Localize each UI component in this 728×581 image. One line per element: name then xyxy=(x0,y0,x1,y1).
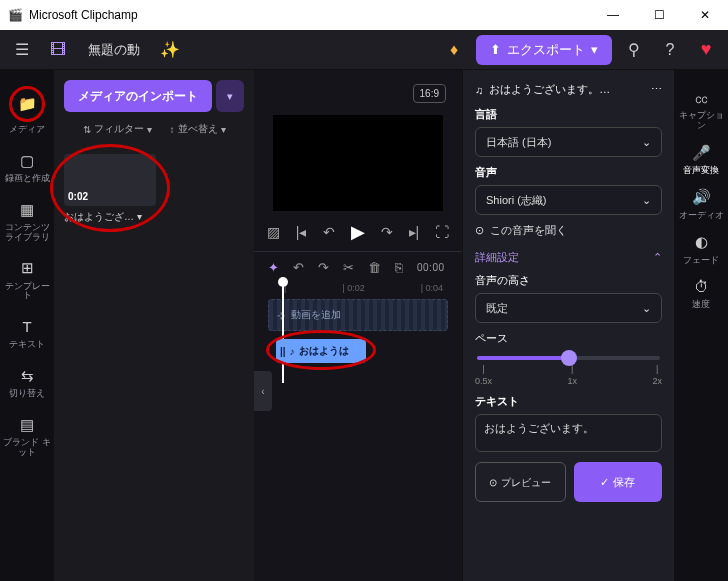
check-icon: ✓ xyxy=(600,476,609,489)
camera-icon: ▢ xyxy=(17,151,37,171)
text-label: テキスト xyxy=(475,394,662,409)
audio-clip[interactable]: || ♪ おはようは xyxy=(276,339,366,363)
props-title: ♫ おはようございます。… ⋯ xyxy=(475,82,662,97)
center-area: 16:9 ▨ |◂ ↶ ▶ ↷ ▸| ⛶ ‹ ✦ ↶ ↷ ✂ 🗑 ⎘ 00:00… xyxy=(254,70,462,581)
rail-caption[interactable]: ㏄キャプション xyxy=(676,82,726,137)
chevron-up-icon: ⌃ xyxy=(653,251,662,264)
heart-icon[interactable]: ♥ xyxy=(692,36,720,64)
skip-end-icon[interactable]: ▸| xyxy=(409,224,420,240)
pace-slider[interactable] xyxy=(477,356,660,360)
rail-audio[interactable]: 🔊オーディオ xyxy=(676,182,726,227)
fullscreen-icon[interactable]: ⛶ xyxy=(435,224,449,240)
rail-template[interactable]: ⊞テンプレート xyxy=(2,253,52,308)
pitch-label: 音声の高さ xyxy=(475,273,662,288)
rail-text[interactable]: Tテキスト xyxy=(2,311,52,356)
media-panel: メディアのインポート ▾ ⇅ フィルター ▾ ↕ 並べ替え ▾ 0:02 おはよ… xyxy=(54,70,254,581)
pitch-select[interactable]: 既定⌄ xyxy=(475,293,662,323)
play-button[interactable]: ▶ xyxy=(351,221,365,243)
tts-text-input[interactable]: おはようございます。 xyxy=(475,414,662,452)
rail-transition[interactable]: ⇆切り替え xyxy=(2,360,52,405)
sort-button[interactable]: ↕ 並べ替え ▾ xyxy=(170,122,226,136)
language-label: 言語 xyxy=(475,107,662,122)
project-name[interactable]: 無題の動 xyxy=(80,37,148,63)
text-icon: T xyxy=(17,317,37,337)
annotation-ring xyxy=(50,144,170,232)
video-track[interactable]: ⊹ 動画を追加 xyxy=(268,299,448,331)
timeline[interactable]: | | 0:02 | 0:04 ⊹ 動画を追加 || ♪ おはようは xyxy=(254,283,462,383)
mic-icon: 🎤 xyxy=(691,143,711,163)
annotation-ring xyxy=(266,330,376,370)
advanced-header[interactable]: 詳細設定⌃ xyxy=(475,250,662,265)
app-icon: 🎬 xyxy=(8,8,23,22)
maximize-button[interactable]: ☐ xyxy=(636,0,682,30)
premium-icon[interactable]: ♦ xyxy=(440,36,468,64)
export-button[interactable]: ⬆ エクスポート ▾ xyxy=(476,35,612,65)
rail-fade[interactable]: ◐フェード xyxy=(676,227,726,272)
playhead[interactable] xyxy=(282,283,284,383)
titlebar: 🎬 Microsoft Clipchamp — ☐ ✕ xyxy=(0,0,728,30)
time-ruler: | | 0:02 | 0:04 xyxy=(268,283,448,293)
play-circle-icon: ⊙ xyxy=(475,224,484,237)
preview-button[interactable]: ⊙プレビュー xyxy=(475,462,566,502)
music-icon: ♫ xyxy=(475,84,483,96)
import-caret[interactable]: ▾ xyxy=(216,80,244,112)
brand-icon: 🎞 xyxy=(44,36,72,64)
right-rail: ㏄キャプション 🎤音声変換 🔊オーディオ ◐フェード ⏱速度 xyxy=(674,70,728,581)
rail-brand[interactable]: ▤ブランド キット xyxy=(2,409,52,464)
timecode: 00:00 xyxy=(417,262,445,273)
audio-track[interactable]: || ♪ おはようは xyxy=(268,335,448,367)
left-rail: 📁 メディア ▢録画と作成 ▦コンテンツライブラリ ⊞テンプレート Tテキスト … xyxy=(0,70,54,581)
rail-media[interactable]: 📁 メディア xyxy=(2,80,52,141)
skip-start-icon[interactable]: |◂ xyxy=(296,224,307,240)
filter-button[interactable]: ⇅ フィルター ▾ xyxy=(83,122,152,136)
trim-icon[interactable]: ▨ xyxy=(267,224,280,240)
play-circle-icon: ⊙ xyxy=(489,477,497,488)
aspect-ratio[interactable]: 16:9 xyxy=(413,84,446,103)
ai-icon[interactable]: ✦ xyxy=(268,260,279,275)
voice-label: 音声 xyxy=(475,165,662,180)
rail-record[interactable]: ▢録画と作成 xyxy=(2,145,52,190)
transport-controls: ▨ |◂ ↶ ▶ ↷ ▸| ⛶ xyxy=(254,221,462,243)
effects-icon[interactable]: ✨ xyxy=(156,36,184,64)
library-icon: ▦ xyxy=(17,200,37,220)
cut-icon[interactable]: ✂ xyxy=(343,260,354,275)
upload-icon: ⬆ xyxy=(490,42,501,57)
import-media-button[interactable]: メディアのインポート xyxy=(64,80,212,112)
undo-icon[interactable]: ↶ xyxy=(293,260,304,275)
menu-icon[interactable]: ☰ xyxy=(8,36,36,64)
pace-ticks: |0.5x |1x |2x xyxy=(475,364,662,386)
speaker-icon: 🔊 xyxy=(691,188,711,208)
template-icon: ⊞ xyxy=(17,259,37,279)
save-button[interactable]: ✓保存 xyxy=(574,462,663,502)
more-icon[interactable]: ⋯ xyxy=(651,83,662,96)
close-button[interactable]: ✕ xyxy=(682,0,728,30)
chevron-down-icon: ⌄ xyxy=(642,302,651,315)
slider-thumb[interactable] xyxy=(561,350,577,366)
folder-icon: 📁 xyxy=(9,86,45,122)
rail-speed[interactable]: ⏱速度 xyxy=(676,271,726,316)
share-icon[interactable]: ⚲ xyxy=(620,36,648,64)
redo-icon[interactable]: ↷ xyxy=(318,260,329,275)
app-title: Microsoft Clipchamp xyxy=(29,8,138,22)
help-icon[interactable]: ? xyxy=(656,36,684,64)
voice-select[interactable]: Shiori (志織)⌄ xyxy=(475,185,662,215)
chevron-down-icon: ▾ xyxy=(591,42,598,57)
chevron-down-icon: ⌄ xyxy=(642,136,651,149)
transition-icon: ⇆ xyxy=(17,366,37,386)
media-clip[interactable]: 0:02 おはようござ… ▾ xyxy=(64,154,156,224)
trash-icon[interactable]: 🗑 xyxy=(368,260,381,275)
chevron-down-icon: ⌄ xyxy=(642,194,651,207)
pace-label: ペース xyxy=(475,331,662,346)
step-back-icon[interactable]: ↶ xyxy=(323,224,335,240)
rail-library[interactable]: ▦コンテンツライブラリ xyxy=(2,194,52,249)
step-fwd-icon[interactable]: ↷ xyxy=(381,224,393,240)
topbar: ☰ 🎞 無題の動 ✨ ♦ ⬆ エクスポート ▾ ⚲ ? ♥ xyxy=(0,30,728,70)
listen-button[interactable]: ⊙この音声を聞く xyxy=(475,223,662,238)
minimize-button[interactable]: — xyxy=(590,0,636,30)
speed-icon: ⏱ xyxy=(691,277,711,297)
rail-tts[interactable]: 🎤音声変換 xyxy=(676,137,726,182)
brandkit-icon: ▤ xyxy=(17,415,37,435)
language-select[interactable]: 日本語 (日本)⌄ xyxy=(475,127,662,157)
marker-icon[interactable]: ⎘ xyxy=(395,260,403,275)
properties-panel: ♫ おはようございます。… ⋯ 言語 日本語 (日本)⌄ 音声 Shiori (… xyxy=(462,70,674,581)
